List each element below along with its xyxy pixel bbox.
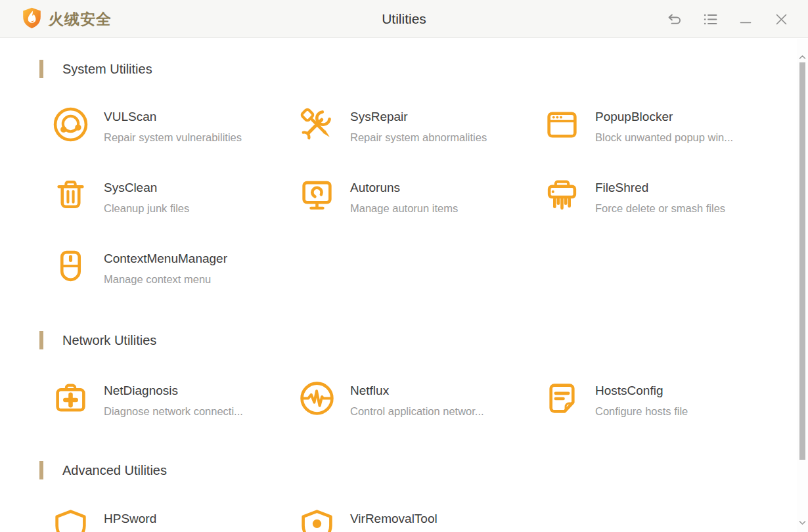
section-advanced-utilities: Advanced Utilities: [39, 461, 167, 479]
item-desc: Force delete or smash files: [595, 202, 725, 215]
item-title: HPSword: [104, 511, 156, 527]
item-desc: Repair system abnormalities: [350, 131, 487, 144]
content: System Utilities VULScan Repair system v…: [0, 39, 797, 532]
virremoval-icon: [299, 508, 335, 532]
netflux-icon: [299, 380, 335, 416]
autoruns-icon: [299, 177, 335, 213]
utility-item-contextmenumanager[interactable]: ContextMenuManager Manage context menu: [53, 248, 227, 286]
netdiagnosis-icon: [53, 380, 89, 416]
section-system-utilities: System Utilities: [39, 60, 152, 78]
utility-item-popupblocker[interactable]: PopupBlocker Block unwanted popup win...: [544, 106, 733, 144]
item-text: SysRepair Repair system abnormalities: [350, 106, 487, 144]
minimize-icon[interactable]: [728, 5, 763, 33]
item-desc: Block unwanted popup win...: [595, 131, 733, 144]
item-title: HostsConfig: [595, 383, 688, 399]
item-text: FileShred Force delete or smash files: [595, 177, 725, 215]
hostsconfig-icon: [544, 380, 580, 416]
titlebar: 火绒安全 Utilities: [0, 0, 808, 38]
item-desc: Control application networ...: [350, 405, 484, 418]
item-title: NetDiagnosis: [104, 383, 243, 399]
utility-item-sysclean[interactable]: SysClean Cleanup junk files: [53, 177, 189, 215]
item-title: Autoruns: [350, 180, 458, 196]
item-desc: Manage autorun items: [350, 202, 458, 215]
item-text: Autoruns Manage autorun items: [350, 177, 458, 215]
app-logo-icon: [22, 7, 41, 32]
utility-item-virremovaltool[interactable]: VirRemovalTool: [299, 508, 438, 532]
item-text: Netflux Control application networ...: [350, 380, 484, 418]
item-title: FileShred: [595, 180, 725, 196]
utility-item-netdiagnosis[interactable]: NetDiagnosis Diagnose network connecti..…: [53, 380, 243, 418]
item-text: HPSword: [104, 508, 156, 532]
utility-item-sysrepair[interactable]: SysRepair Repair system abnormalities: [299, 106, 487, 144]
item-desc: Diagnose network connecti...: [104, 405, 243, 418]
utility-item-autoruns[interactable]: Autoruns Manage autorun items: [299, 177, 458, 215]
item-title: SysRepair: [350, 109, 487, 125]
item-title: PopupBlocker: [595, 109, 733, 125]
popupblocker-icon: [544, 106, 580, 143]
contextmenu-icon: [53, 248, 89, 284]
section-accent-bar: [39, 60, 43, 78]
close-icon[interactable]: [763, 5, 799, 33]
section-label-text: Network Utilities: [62, 333, 156, 348]
item-text: HostsConfig Configure hosts file: [595, 380, 688, 418]
item-desc: Manage context menu: [104, 273, 227, 286]
vulscan-icon: [53, 106, 89, 143]
item-title: Netflux: [350, 383, 484, 399]
sysclean-icon: [53, 177, 89, 213]
brand: 火绒安全: [22, 0, 112, 38]
utility-item-hostsconfig[interactable]: HostsConfig Configure hosts file: [544, 380, 688, 418]
window-controls: [657, 0, 799, 38]
section-label-text: Advanced Utilities: [62, 463, 167, 478]
brand-name: 火绒安全: [49, 9, 112, 30]
section-accent-bar: [39, 331, 43, 349]
section-accent-bar: [39, 461, 43, 479]
item-title: SysClean: [104, 180, 189, 196]
scrollbar-thumb[interactable]: [799, 62, 805, 460]
scrollbar-up-icon[interactable]: [799, 51, 806, 56]
item-text: PopupBlocker Block unwanted popup win...: [595, 106, 733, 144]
scrollbar-down-icon[interactable]: [799, 516, 806, 521]
scrollbar: [797, 39, 808, 532]
utility-item-vulscan[interactable]: VULScan Repair system vulnerabilities: [53, 106, 242, 144]
item-text: NetDiagnosis Diagnose network connecti..…: [104, 380, 243, 418]
utility-item-fileshred[interactable]: FileShred Force delete or smash files: [544, 177, 725, 215]
item-desc: Configure hosts file: [595, 405, 688, 418]
item-title: VirRemovalTool: [350, 511, 438, 527]
fileshred-icon: [544, 177, 580, 213]
utility-item-hpsword[interactable]: HPSword: [53, 508, 156, 532]
item-title: ContextMenuManager: [104, 251, 227, 267]
menu-list-icon[interactable]: [692, 5, 728, 33]
item-text: VirRemovalTool: [350, 508, 438, 532]
sysrepair-icon: [299, 106, 335, 143]
section-label-text: System Utilities: [62, 62, 152, 77]
item-text: SysClean Cleanup junk files: [104, 177, 189, 215]
app-window: 火绒安全 Utilities: [0, 0, 808, 532]
item-desc: Repair system vulnerabilities: [104, 131, 242, 144]
utility-item-netflux[interactable]: Netflux Control application networ...: [299, 380, 484, 418]
item-desc: Cleanup junk files: [104, 202, 189, 215]
item-text: VULScan Repair system vulnerabilities: [104, 106, 242, 144]
undo-icon[interactable]: [657, 5, 692, 33]
hpsword-icon: [53, 508, 89, 532]
item-title: VULScan: [104, 109, 242, 125]
section-network-utilities: Network Utilities: [39, 331, 156, 349]
item-text: ContextMenuManager Manage context menu: [104, 248, 227, 286]
